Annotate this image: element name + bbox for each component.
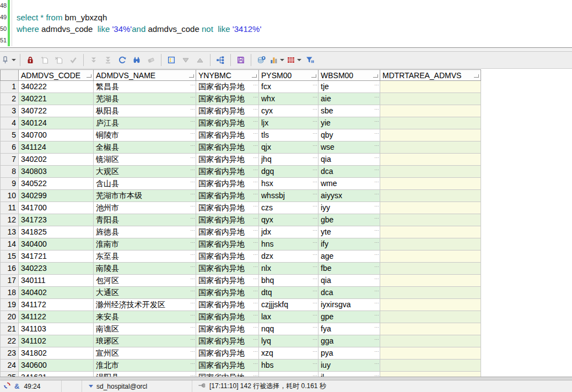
chevron-down-icon[interactable] — [12, 59, 16, 61]
post-changes-button[interactable] — [66, 52, 80, 68]
cell-WBSM00[interactable]: sbe… — [319, 105, 380, 117]
cell-MDTRTAREA_ADMVS[interactable] — [380, 105, 481, 117]
column-header-MDTRTAREA_ADMVS[interactable]: MDTRTAREA_ADMVS — [380, 69, 481, 81]
cell-PYSM00[interactable]: bhq… — [259, 275, 319, 287]
cell-ADMDVS_CODE[interactable]: 340700 — [19, 129, 94, 141]
cell-ADMDVS_NAME[interactable]: 宣州区… — [94, 347, 196, 360]
cell-expand-icon[interactable]: … — [253, 372, 257, 377]
cell-MDTRTAREA_ADMVS[interactable] — [380, 166, 481, 178]
cell-ADMDVS_NAME[interactable]: 大通区… — [94, 287, 196, 299]
cell-expand-icon[interactable]: … — [253, 178, 257, 183]
row-number[interactable]: 10 — [0, 190, 19, 202]
cell-expand-icon[interactable]: … — [312, 299, 317, 304]
cell-ADMDVS_CODE[interactable]: 340299 — [19, 190, 94, 202]
cell-ADMDVS_NAME[interactable]: 镜湖区… — [94, 154, 196, 166]
clear-button[interactable] — [144, 52, 158, 68]
cell-expand-icon[interactable]: … — [312, 347, 317, 353]
cell-expand-icon[interactable]: … — [312, 166, 317, 171]
cell-expand-icon[interactable]: … — [190, 347, 195, 353]
cell-expand-icon[interactable]: … — [312, 335, 317, 341]
cell-expand-icon[interactable]: … — [312, 226, 317, 232]
cell-expand-icon[interactable]: … — [312, 129, 317, 135]
cell-YNYBMC[interactable]: 国家省内异地… — [196, 93, 259, 105]
column-header-PYSM00[interactable]: PYSM00 — [259, 69, 319, 81]
cell-MDTRTAREA_ADMVS[interactable] — [380, 372, 481, 377]
query-builder-button[interactable] — [213, 52, 228, 68]
refresh-button[interactable] — [115, 52, 129, 68]
cell-MDTRTAREA_ADMVS[interactable] — [380, 251, 481, 263]
insert-record-button[interactable] — [37, 52, 52, 68]
cell-YNYBMC[interactable]: 国家省内异地… — [196, 299, 259, 311]
cell-MDTRTAREA_ADMVS[interactable] — [380, 129, 481, 141]
cell-ADMDVS_CODE[interactable]: 340223 — [19, 263, 94, 275]
cell-YNYBMC[interactable]: 国家省内异地… — [196, 154, 259, 166]
cell-WBSM00[interactable]: yte… — [319, 226, 380, 238]
cell-ADMDVS_NAME[interactable]: 大观区… — [94, 166, 196, 178]
cell-expand-icon[interactable]: … — [190, 154, 195, 159]
row-number-header[interactable] — [0, 69, 19, 81]
editor-result-splitter[interactable] — [0, 47, 572, 52]
cell-PYSM00[interactable]: dgq… — [259, 166, 319, 178]
cell-ADMDVS_CODE[interactable]: 341124 — [19, 141, 94, 154]
cell-ADMDVS_NAME[interactable]: 枞阳县… — [94, 105, 196, 117]
row-number[interactable]: 14 — [0, 238, 19, 251]
cell-expand-icon[interactable]: … — [374, 105, 379, 111]
sort-handle-icon[interactable] — [311, 74, 316, 78]
filter-button[interactable] — [303, 52, 317, 68]
cell-ADMDVS_CODE[interactable]: 340222 — [19, 81, 94, 93]
cell-ADMDVS_NAME[interactable]: 繁昌县… — [94, 81, 196, 93]
cell-WBSM00[interactable]: age… — [319, 251, 380, 263]
cell-ADMDVS_CODE[interactable]: 341122 — [19, 311, 94, 323]
cell-expand-icon[interactable]: … — [190, 178, 195, 183]
cell-expand-icon[interactable]: … — [374, 93, 379, 99]
cell-expand-icon[interactable]: … — [374, 311, 379, 317]
pin-results-button[interactable] — [0, 52, 17, 68]
cell-MDTRTAREA_ADMVS[interactable] — [380, 154, 481, 166]
cell-MDTRTAREA_ADMVS[interactable] — [380, 190, 481, 202]
cell-YNYBMC[interactable]: 国家省内异地… — [196, 287, 259, 299]
row-number[interactable]: 20 — [0, 311, 19, 323]
connection-selector[interactable]: sd_hospital@orcl — [82, 380, 192, 392]
row-number[interactable]: 15 — [0, 251, 19, 263]
cell-ADMDVS_NAME[interactable]: 东至县… — [94, 251, 196, 263]
single-record-view-button[interactable] — [164, 52, 179, 68]
row-number[interactable]: 22 — [0, 335, 19, 347]
code-line-49[interactable]: 49select * from bm_ybxzqh — [0, 12, 572, 23]
cell-expand-icon[interactable]: … — [190, 226, 195, 232]
cell-MDTRTAREA_ADMVS[interactable] — [380, 311, 481, 323]
cell-ADMDVS_CODE[interactable]: 340402 — [19, 287, 94, 299]
cell-WBSM00[interactable]: ify… — [319, 238, 380, 251]
cell-expand-icon[interactable]: … — [253, 105, 257, 111]
cell-ADMDVS_NAME[interactable]: 淮南市… — [94, 238, 196, 251]
cell-WBSM00[interactable]: il… — [319, 372, 380, 377]
row-number[interactable]: 4 — [0, 117, 19, 129]
cell-expand-icon[interactable]: … — [312, 238, 317, 244]
cell-expand-icon[interactable]: … — [190, 299, 195, 304]
cell-expand-icon[interactable]: … — [312, 81, 317, 86]
cell-expand-icon[interactable]: … — [312, 214, 317, 220]
row-number[interactable]: 21 — [0, 323, 19, 335]
cell-YNYBMC[interactable]: 国家省内异地… — [196, 178, 259, 190]
cell-expand-icon[interactable]: … — [312, 287, 317, 292]
sort-descending-button[interactable] — [179, 52, 193, 68]
cell-ADMDVS_CODE[interactable]: 341802 — [19, 347, 94, 360]
cell-expand-icon[interactable]: … — [253, 166, 257, 171]
cell-expand-icon[interactable]: … — [253, 238, 257, 244]
fetch-next-page-button[interactable] — [87, 52, 101, 68]
cell-ADMDVS_CODE[interactable]: 341825 — [19, 226, 94, 238]
cell-MDTRTAREA_ADMVS[interactable] — [380, 347, 481, 360]
cell-expand-icon[interactable]: … — [190, 238, 195, 244]
cell-MDTRTAREA_ADMVS[interactable] — [380, 335, 481, 347]
cell-expand-icon[interactable]: … — [190, 372, 195, 377]
cell-PYSM00[interactable]: ljx… — [259, 117, 319, 129]
row-number[interactable]: 25 — [0, 372, 19, 377]
cell-MDTRTAREA_ADMVS[interactable] — [380, 238, 481, 251]
cell-MDTRTAREA_ADMVS[interactable] — [380, 263, 481, 275]
cell-PYSM00[interactable]: jdx… — [259, 226, 319, 238]
row-number[interactable]: 5 — [0, 129, 19, 141]
cell-WBSM00[interactable]: gpe… — [319, 311, 380, 323]
cell-YNYBMC[interactable]: 国家省内异地… — [196, 129, 259, 141]
column-header-ADMDVS_CODE[interactable]: ADMDVS_CODE — [19, 69, 94, 81]
cell-MDTRTAREA_ADMVS[interactable] — [380, 202, 481, 214]
cell-expand-icon[interactable]: … — [374, 166, 379, 171]
